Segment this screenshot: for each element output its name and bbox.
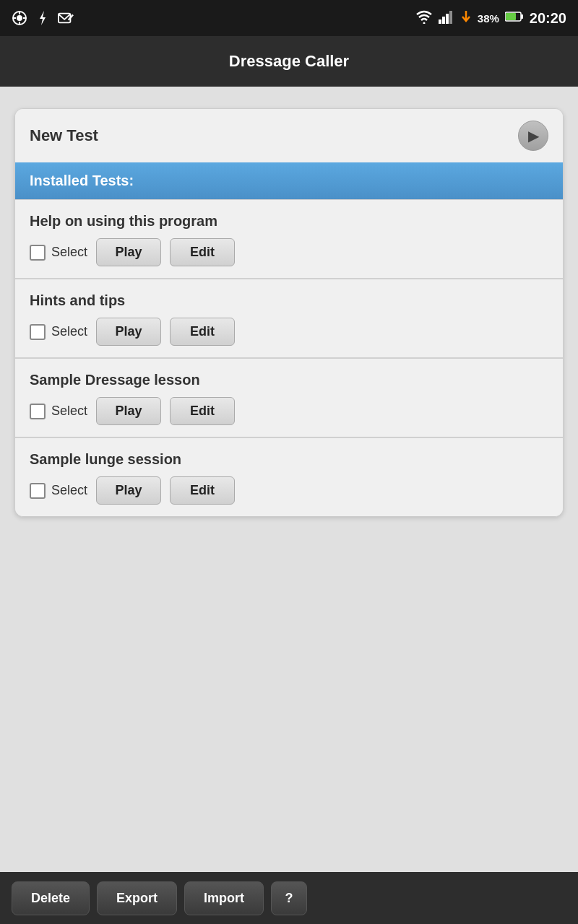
- test-controls-1: Select Play Edit: [30, 318, 548, 346]
- bottom-bar: Delete Export Import ?: [0, 872, 578, 924]
- svg-rect-15: [506, 13, 516, 20]
- battery-icon: [505, 11, 524, 25]
- svg-rect-10: [442, 17, 445, 24]
- edit-button-2[interactable]: Edit: [170, 397, 235, 425]
- svg-point-1: [17, 15, 22, 21]
- test-controls-2: Select Play Edit: [30, 397, 548, 425]
- test-checkbox-1[interactable]: [30, 324, 46, 340]
- select-label-1: Select: [51, 324, 87, 339]
- help-button[interactable]: ?: [271, 881, 307, 915]
- app-bar: Dressage Caller: [0, 36, 578, 87]
- svg-rect-9: [439, 19, 441, 24]
- new-test-label: New Test: [30, 126, 98, 145]
- test-name-2: Sample Dressage lesson: [30, 372, 548, 388]
- svg-rect-11: [446, 14, 449, 24]
- edit-button-1[interactable]: Edit: [170, 318, 235, 346]
- main-content: New Test ▶ Installed Tests: Help on usin…: [0, 87, 578, 872]
- lightning-icon: [35, 10, 51, 26]
- new-test-arrow-button[interactable]: ▶: [518, 121, 548, 151]
- app-title: Dressage Caller: [229, 52, 349, 71]
- select-label-2: Select: [51, 404, 87, 419]
- test-checkbox-2[interactable]: [30, 404, 46, 419]
- test-name-1: Hints and tips: [30, 292, 548, 309]
- test-controls-3: Select Play Edit: [30, 476, 548, 505]
- status-icons-right: 38% 20:20: [415, 9, 566, 27]
- delete-button[interactable]: Delete: [12, 881, 90, 915]
- select-container-2: Select: [30, 404, 87, 419]
- import-button[interactable]: Import: [184, 881, 264, 915]
- test-controls-0: Select Play Edit: [30, 238, 548, 266]
- test-item-3: Sample lunge session Select Play Edit: [15, 437, 563, 516]
- status-bar: 38% 20:20: [0, 0, 578, 36]
- play-button-3[interactable]: Play: [96, 476, 161, 505]
- status-icons-left: [12, 10, 74, 26]
- test-item-0: Help on using this program Select Play E…: [15, 199, 563, 278]
- play-button-2[interactable]: Play: [96, 397, 161, 425]
- blocked-mail-icon: [58, 10, 74, 26]
- test-item-2: Sample Dressage lesson Select Play Edit: [15, 358, 563, 437]
- select-container-0: Select: [30, 245, 87, 261]
- test-item-1: Hints and tips Select Play Edit: [15, 279, 563, 357]
- play-button-0[interactable]: Play: [96, 238, 161, 266]
- signal-icon: [439, 9, 454, 27]
- test-name-3: Sample lunge session: [30, 451, 548, 468]
- edit-button-3[interactable]: Edit: [170, 476, 235, 505]
- select-label-3: Select: [51, 483, 87, 498]
- play-button-1[interactable]: Play: [96, 318, 161, 346]
- export-button[interactable]: Export: [97, 881, 177, 915]
- time-display: 20:20: [530, 10, 566, 27]
- select-container-3: Select: [30, 483, 87, 499]
- test-checkbox-0[interactable]: [30, 245, 46, 261]
- target-icon: [12, 10, 27, 26]
- installed-tests-header: Installed Tests:: [15, 162, 563, 199]
- svg-rect-12: [449, 11, 452, 24]
- select-container-1: Select: [30, 324, 87, 340]
- battery-text: 38%: [478, 12, 499, 25]
- test-name-0: Help on using this program: [30, 213, 548, 230]
- new-test-row: New Test ▶: [15, 109, 563, 162]
- svg-rect-16: [521, 14, 523, 19]
- select-label-0: Select: [51, 245, 87, 260]
- svg-point-8: [423, 22, 425, 24]
- edit-button-0[interactable]: Edit: [170, 238, 235, 266]
- wifi-icon: [415, 9, 433, 27]
- main-card: New Test ▶ Installed Tests: Help on usin…: [14, 108, 564, 517]
- download-icon: [460, 9, 472, 27]
- test-checkbox-3[interactable]: [30, 483, 46, 499]
